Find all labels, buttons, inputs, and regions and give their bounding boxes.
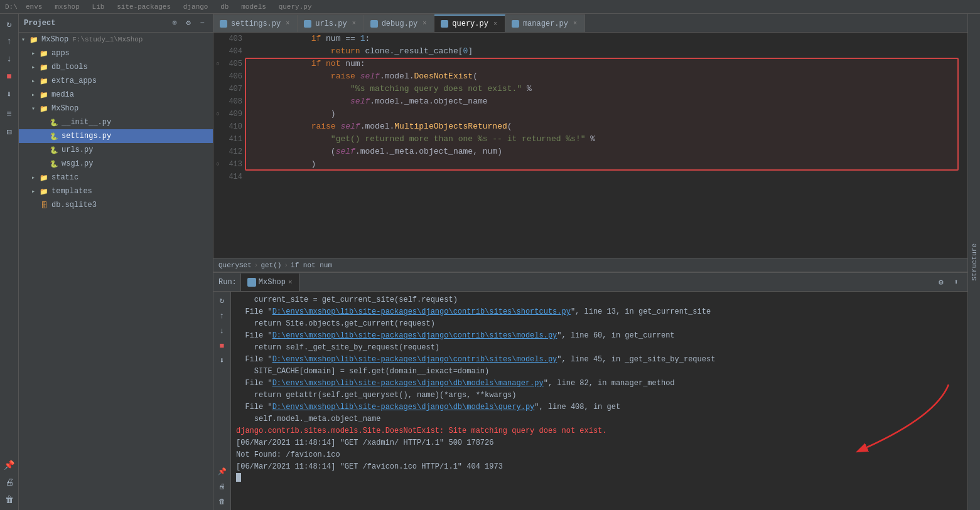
rerun-btn[interactable]: ↻ — [2, 16, 17, 31]
trash-btn[interactable]: 🗑 — [2, 492, 17, 507]
run-tab-icon — [247, 278, 256, 287]
run-output-line-6: File "D:\envs\mxshop\lib\site-packages\d… — [236, 354, 962, 366]
init-label: __init__.py — [62, 118, 111, 127]
run-scroll-btn[interactable]: ⬇ — [216, 354, 229, 367]
pin-btn[interactable]: 📌 — [2, 457, 17, 472]
run-gear-btn[interactable]: ⚙ — [935, 276, 947, 289]
run-tab-close[interactable]: × — [288, 279, 293, 286]
stop-btn[interactable]: ■ — [2, 69, 17, 84]
tree-item-media[interactable]: ▸ 📁 media — [19, 88, 213, 102]
link-query[interactable]: D:\envs\mxshop\lib\site-packages\django\… — [272, 403, 535, 412]
run-rerun-btn[interactable]: ↻ — [216, 294, 229, 307]
linenum-412: 412 — [222, 147, 247, 156]
tab-urls-close[interactable]: × — [351, 19, 357, 28]
code-line-404: return clone._result_cache[0] — [252, 45, 962, 58]
tab-urls-icon — [304, 20, 311, 28]
tree-item-mxshop[interactable]: ▾ 📁 MxShop — [19, 102, 213, 115]
run-print2-btn[interactable]: 🖨 — [216, 480, 229, 492]
linenum-404: 404 — [222, 47, 247, 56]
structure-sidebar[interactable]: Structure — [967, 14, 980, 510]
run-trash2-btn[interactable]: 🗑 — [216, 495, 229, 507]
run-maximize-btn[interactable]: ⬆ — [950, 276, 962, 289]
code-line-413: ) — [252, 158, 962, 171]
dbtools-folder-icon: 📁 — [39, 62, 49, 72]
tab-query-close[interactable]: × — [492, 20, 498, 28]
linenum-408: 408 — [222, 97, 247, 106]
init-file-icon: 🐍 — [49, 117, 59, 127]
scroll-down-btn[interactable]: ↓ — [2, 51, 17, 66]
gutter-413: ○ — [213, 161, 222, 167]
code-editor[interactable]: 403 404 ○ 405 — [213, 33, 967, 258]
run-down-btn[interactable]: ↓ — [216, 324, 229, 337]
project-sidebar: Project ⊕ ⚙ − ▾ 📁 MxShop F:\study_1\MxSh… — [19, 14, 213, 510]
run-stop-btn[interactable]: ■ — [216, 339, 229, 352]
apps-arrow: ▸ — [31, 50, 39, 57]
tree-item-static[interactable]: ▸ 📁 static — [19, 171, 213, 184]
run-output-line-11: self.model._meta.object_name — [236, 413, 962, 425]
run-label: Run: — [218, 278, 237, 287]
linenum-403: 403 — [222, 35, 247, 43]
tree-item-apps[interactable]: ▸ 📁 apps — [19, 46, 213, 60]
tab-manager-close[interactable]: × — [572, 19, 578, 28]
link-manager[interactable]: D:\envs\mxshop\lib\site-packages\django\… — [272, 379, 544, 388]
tree-item-dbtools[interactable]: ▸ 📁 db_tools — [19, 60, 213, 74]
code-line-409: ) — [252, 108, 962, 120]
tab-urls[interactable]: urls.py × — [298, 14, 363, 32]
run-tab-label: MxShop — [259, 278, 286, 287]
tab-settings[interactable]: settings.py × — [213, 14, 298, 32]
tab-debug[interactable]: debug.py × — [364, 14, 435, 32]
apps-folder-icon: 📁 — [39, 48, 49, 58]
settings-icon[interactable]: ⚙ — [183, 18, 194, 29]
settings-label: settings.py — [62, 132, 111, 141]
templates-folder-icon: 📁 — [39, 186, 49, 196]
scroll-up-btn[interactable]: ↑ — [2, 34, 17, 49]
tree-item-templates[interactable]: ▸ 📁 templates — [19, 184, 213, 198]
tab-query[interactable]: query.py × — [434, 14, 505, 32]
code-line-412: (self.model._meta.object_name, num) — [252, 146, 962, 158]
tab-manager[interactable]: manager.py × — [505, 14, 585, 32]
tab-debug-close[interactable]: × — [421, 19, 428, 28]
run-output-line-3: return Site.objects.get_current(request) — [236, 318, 962, 330]
align-btn[interactable]: ≡ — [2, 107, 17, 122]
linenum-413: 413 — [222, 160, 247, 169]
gutter-405: ○ — [213, 61, 222, 67]
run-up-btn[interactable]: ↑ — [216, 309, 229, 322]
tree-root[interactable]: ▾ 📁 MxShop F:\study_1\MxShop — [19, 33, 213, 46]
tree-item-init[interactable]: ▸ 🐍 __init__.py — [19, 115, 213, 129]
run-output-line-4: File "D:\envs\mxshop\lib\site-packages\d… — [236, 330, 962, 342]
run-output[interactable]: current_site = get_current_site(self.req… — [231, 292, 967, 510]
tab-urls-label: urls.py — [315, 19, 347, 28]
media-folder-icon: 📁 — [39, 90, 49, 100]
code-lines[interactable]: if num == 1: return clone._result_cache[… — [247, 33, 967, 258]
top-path: D:\ envs mxshop Lib site-packages django… — [5, 3, 311, 11]
tab-bar: settings.py × urls.py × debug.py × query… — [213, 14, 967, 33]
tree-item-settings[interactable]: ▸ 🐍 settings.py — [19, 129, 213, 143]
list-btn[interactable]: ⊟ — [2, 124, 17, 139]
run-pin2-btn[interactable]: 📌 — [216, 465, 229, 477]
code-line-411: "get() returned more than one %s -- it r… — [252, 133, 962, 146]
link-shortcuts[interactable]: D:\envs\mxshop\lib\site-packages\django\… — [272, 307, 571, 316]
tree-item-urls[interactable]: ▸ 🐍 urls.py — [19, 143, 213, 157]
add-file-icon[interactable]: ⊕ — [169, 18, 180, 29]
root-arrow: ▾ — [21, 36, 29, 43]
down2-btn[interactable]: ⬇ — [2, 87, 17, 102]
media-label: media — [51, 90, 74, 99]
tree-item-db[interactable]: ▸ 🗄 db.sqlite3 — [19, 198, 213, 212]
linenum-405: 405 — [222, 60, 247, 68]
collapse-icon[interactable]: − — [197, 18, 208, 29]
link-models1[interactable]: D:\envs\mxshop\lib\site-packages\django\… — [272, 331, 557, 340]
tab-query-label: query.py — [452, 19, 488, 28]
tab-settings-close[interactable]: × — [284, 19, 291, 28]
gutter-409: ○ — [213, 111, 222, 117]
breadcrumb-ifnotnum: if not num — [291, 262, 332, 269]
top-breadcrumb-bar: D:\ envs mxshop Lib site-packages django… — [0, 0, 980, 14]
tree-item-extraapps[interactable]: ▸ 📁 extra_apps — [19, 74, 213, 88]
structure-label: Structure — [971, 243, 978, 280]
tab-query-icon — [441, 20, 448, 28]
link-models2[interactable]: D:\envs\mxshop\lib\site-packages\django\… — [272, 355, 557, 364]
mxshop-folder-icon: 📁 — [39, 104, 49, 114]
print-btn[interactable]: 🖨 — [2, 475, 17, 490]
breadcrumb-qs: QuerySet — [218, 262, 252, 269]
tree-item-wsgi[interactable]: ▸ 🐍 wsgi.py — [19, 157, 213, 171]
run-tab-mxshop[interactable]: MxShop × — [240, 274, 299, 291]
